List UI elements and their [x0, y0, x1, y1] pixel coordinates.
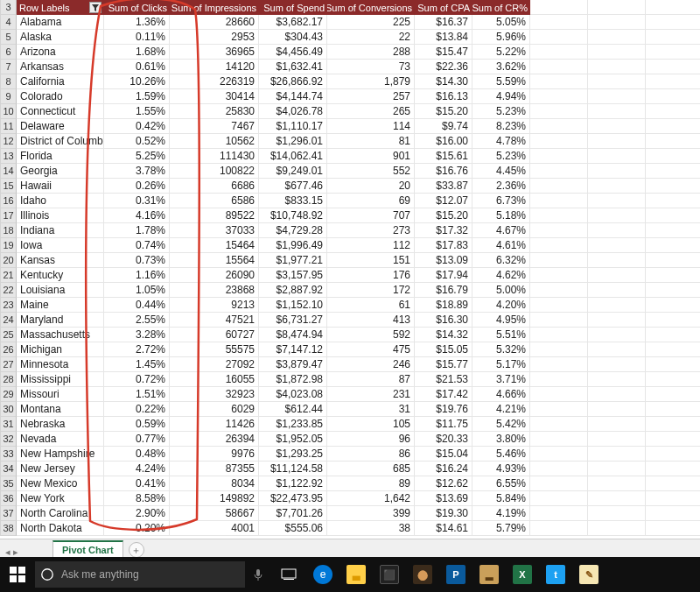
cell-row_label[interactable]: Illinois: [17, 208, 104, 223]
cell-impr[interactable]: 32923: [170, 387, 259, 402]
cell-cr[interactable]: 5.18%: [472, 208, 530, 223]
cell-cr[interactable]: 5.51%: [472, 328, 530, 342]
task-view-button[interactable]: [271, 557, 306, 592]
cell-cpa[interactable]: $14.61: [415, 521, 472, 536]
cell-impr[interactable]: 37033: [170, 223, 259, 238]
column-header[interactable]: Sum of CPA: [415, 0, 472, 15]
empty-cell[interactable]: [588, 491, 646, 506]
cell-cpa[interactable]: $17.42: [415, 387, 472, 402]
cell-impr[interactable]: 30414: [170, 89, 259, 104]
cell-row_label[interactable]: New Jersey: [17, 462, 104, 476]
empty-cell[interactable]: [588, 432, 646, 447]
cell-cpa[interactable]: $15.05: [415, 342, 472, 357]
empty-cell[interactable]: [530, 164, 588, 179]
empty-cell[interactable]: [646, 194, 700, 208]
empty-cell[interactable]: [646, 417, 700, 432]
row-number[interactable]: 7: [1, 60, 17, 74]
cell-cpa[interactable]: $19.76: [415, 402, 472, 417]
cell-spend[interactable]: $1,293.25: [259, 447, 327, 462]
empty-cell[interactable]: [530, 268, 588, 283]
cell-row_label[interactable]: Indiana: [17, 223, 104, 238]
cell-spend[interactable]: $3,682.17: [259, 15, 327, 30]
empty-cell[interactable]: [530, 521, 588, 536]
cell-impr[interactable]: 14120: [170, 60, 259, 74]
empty-cell[interactable]: [646, 238, 700, 253]
cell-cpa[interactable]: $17.94: [415, 268, 472, 283]
empty-cell[interactable]: [530, 223, 588, 238]
empty-cell[interactable]: [646, 283, 700, 298]
cell-impr[interactable]: 47521: [170, 313, 259, 328]
empty-cell[interactable]: [588, 447, 646, 462]
row-number[interactable]: 13: [1, 149, 17, 164]
empty-cell[interactable]: [646, 89, 700, 104]
cortana-search[interactable]: Ask me anything: [35, 561, 245, 588]
cell-impr[interactable]: 16055: [170, 372, 259, 387]
cell-spend[interactable]: $7,701.26: [259, 506, 327, 521]
empty-cell[interactable]: [646, 179, 700, 194]
cell-clicks[interactable]: 4.24%: [104, 462, 170, 476]
empty-cell[interactable]: [646, 432, 700, 447]
cell-clicks[interactable]: 2.55%: [104, 313, 170, 328]
empty-cell[interactable]: [530, 313, 588, 328]
row-number[interactable]: 10: [1, 104, 17, 119]
cell-conv[interactable]: 172: [327, 283, 415, 298]
filter-dropdown-icon[interactable]: [89, 2, 102, 13]
cell-cr[interactable]: 5.17%: [472, 357, 530, 372]
cell-cr[interactable]: 2.36%: [472, 179, 530, 194]
taskbar-app-notes[interactable]: ▂: [472, 565, 506, 584]
cell-conv[interactable]: 112: [327, 238, 415, 253]
cell-conv[interactable]: 151: [327, 253, 415, 268]
cell-cpa[interactable]: $19.30: [415, 506, 472, 521]
cell-impr[interactable]: 87355: [170, 462, 259, 476]
cell-row_label[interactable]: Massachusetts: [17, 328, 104, 342]
cell-cpa[interactable]: $15.20: [415, 104, 472, 119]
cell-spend[interactable]: $1,872.98: [259, 372, 327, 387]
cell-cr[interactable]: 4.95%: [472, 313, 530, 328]
taskbar-app-edge[interactable]: e: [306, 565, 340, 584]
cell-row_label[interactable]: Georgia: [17, 164, 104, 179]
empty-cell[interactable]: [588, 60, 646, 74]
empty-cell[interactable]: [530, 342, 588, 357]
row-number[interactable]: 22: [1, 283, 17, 298]
empty-cell[interactable]: [530, 447, 588, 462]
taskbar-app-paint[interactable]: ✎: [572, 565, 606, 584]
cell-impr[interactable]: 15464: [170, 238, 259, 253]
cell-cpa[interactable]: $16.24: [415, 462, 472, 476]
empty-cell[interactable]: [588, 179, 646, 194]
empty-cell[interactable]: [530, 74, 588, 89]
cell-cr[interactable]: 5.22%: [472, 45, 530, 60]
cell-spend[interactable]: $3,157.95: [259, 268, 327, 283]
cell-cpa[interactable]: $21.53: [415, 372, 472, 387]
cell-cr[interactable]: 6.32%: [472, 253, 530, 268]
cell-cpa[interactable]: $12.62: [415, 476, 472, 491]
empty-cell[interactable]: [646, 298, 700, 313]
cell-row_label[interactable]: Arkansas: [17, 60, 104, 74]
cell-cpa[interactable]: $15.61: [415, 149, 472, 164]
cell-row_label[interactable]: Alabama: [17, 15, 104, 30]
cell-row_label[interactable]: Florida: [17, 149, 104, 164]
empty-cell[interactable]: [588, 194, 646, 208]
empty-cell[interactable]: [646, 372, 700, 387]
empty-cell[interactable]: [530, 283, 588, 298]
cell-spend[interactable]: $9,249.01: [259, 164, 327, 179]
cell-spend[interactable]: $10,748.92: [259, 208, 327, 223]
empty-cell[interactable]: [646, 462, 700, 476]
cell-conv[interactable]: 176: [327, 268, 415, 283]
cell-impr[interactable]: 9213: [170, 298, 259, 313]
cell-conv[interactable]: 288: [327, 45, 415, 60]
empty-cell[interactable]: [530, 462, 588, 476]
cell-conv[interactable]: 592: [327, 328, 415, 342]
cell-spend[interactable]: $1,110.17: [259, 119, 327, 134]
cell-row_label[interactable]: New Hampshire: [17, 447, 104, 462]
cell-cr[interactable]: 5.84%: [472, 491, 530, 506]
cell-cpa[interactable]: $16.76: [415, 164, 472, 179]
cell-row_label[interactable]: Delaware: [17, 119, 104, 134]
cell-spend[interactable]: $6,731.27: [259, 313, 327, 328]
taskbar-app-generic[interactable]: ⬤: [406, 565, 439, 584]
cell-conv[interactable]: 22: [327, 30, 415, 45]
cell-cr[interactable]: 5.79%: [472, 521, 530, 536]
cell-clicks[interactable]: 2.72%: [104, 342, 170, 357]
cell-spend[interactable]: $3,879.47: [259, 357, 327, 372]
cell-spend[interactable]: $677.46: [259, 179, 327, 194]
cell-impr[interactable]: 2953: [170, 30, 259, 45]
